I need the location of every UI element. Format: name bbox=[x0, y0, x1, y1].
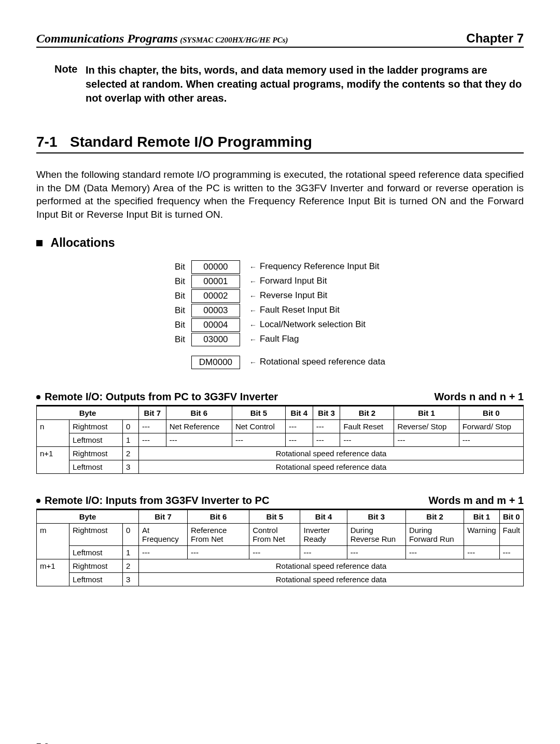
page-number: 7-2 bbox=[36, 742, 524, 744]
byte-cell: Rightmost bbox=[69, 419, 123, 433]
word-cell: n bbox=[37, 419, 69, 446]
table-row: Leftmost 1 --- --- --- --- --- --- --- -… bbox=[37, 545, 524, 559]
bit-cell: --- bbox=[139, 545, 188, 559]
alloc-code: 00000 bbox=[191, 260, 240, 274]
alloc-row: Bit 00002 Reverse Input Bit bbox=[172, 289, 388, 303]
arrow-left-icon bbox=[249, 291, 258, 301]
col-bit7: Bit 7 bbox=[139, 406, 166, 419]
note-block: Note In this chapter, the bits, words, a… bbox=[54, 63, 524, 105]
arrow-left-icon bbox=[249, 305, 258, 316]
col-bit7: Bit 7 bbox=[139, 510, 188, 523]
alloc-dm-desc: Rotational speed reference data bbox=[241, 356, 388, 369]
table-row: Leftmost 1 --- --- --- --- --- --- --- -… bbox=[37, 433, 524, 446]
table-row: Leftmost 3 Rotational speed reference da… bbox=[37, 572, 524, 586]
byte-cell: Leftmost bbox=[69, 545, 123, 559]
inputs-table: Byte Bit 7 Bit 6 Bit 5 Bit 4 Bit 3 Bit 2… bbox=[36, 510, 524, 586]
byte-cell: Leftmost bbox=[69, 433, 123, 446]
bit-cell: --- bbox=[405, 545, 464, 559]
bit-cell: During Forward Run bbox=[405, 523, 464, 545]
table-row: n Rightmost 0 --- Net Reference Net Cont… bbox=[37, 419, 524, 433]
bit-cell: --- bbox=[313, 433, 340, 446]
inputs-heading: Remote I/O: Inputs from 3G3FV Inverter t… bbox=[36, 495, 524, 510]
header-subtitle: (SYSMAC C200HX/HG/HE PCs) bbox=[180, 36, 288, 44]
bit-cell: During Reverse Run bbox=[347, 523, 405, 545]
bit-cell: Control From Net bbox=[249, 523, 300, 545]
alloc-desc: Fault Flag bbox=[241, 333, 388, 346]
header-left: Communications Programs (SYSMAC C200HX/H… bbox=[36, 32, 288, 46]
bit-cell: --- bbox=[313, 419, 340, 433]
table-row: n+1 Rightmost 2 Rotational speed referen… bbox=[37, 446, 524, 460]
table-row: m+1 Rightmost 2 Rotational speed referen… bbox=[37, 559, 524, 572]
alloc-desc: Local/Network selection Bit bbox=[241, 318, 388, 332]
bit-cell: Forward/ Stop bbox=[459, 419, 523, 433]
col-bit3: Bit 3 bbox=[347, 510, 405, 523]
col-bit1: Bit 1 bbox=[464, 510, 499, 523]
table-row: Leftmost 3 Rotational speed reference da… bbox=[37, 460, 524, 473]
bit-cell: --- bbox=[394, 433, 459, 446]
span-cell: Rotational speed reference data bbox=[139, 559, 524, 572]
col-bit4: Bit 4 bbox=[300, 510, 347, 523]
word-cell: n+1 bbox=[37, 446, 69, 473]
idx-cell: 2 bbox=[123, 446, 139, 460]
alloc-desc: Forward Input Bit bbox=[241, 275, 388, 288]
span-cell: Rotational speed reference data bbox=[139, 460, 524, 473]
bit-cell: Inverter Ready bbox=[300, 523, 347, 545]
bit-cell: --- bbox=[285, 433, 313, 446]
note-text: In this chapter, the bits, words, and da… bbox=[86, 63, 524, 105]
byte-cell: Leftmost bbox=[69, 572, 123, 586]
outputs-title: Remote I/O: Outputs from PC to 3G3FV Inv… bbox=[45, 391, 278, 402]
byte-cell: Rightmost bbox=[69, 523, 123, 545]
bullet-icon bbox=[36, 499, 40, 503]
bit-cell: Net Control bbox=[232, 419, 285, 433]
byte-cell: Rightmost bbox=[69, 446, 123, 460]
alloc-row: Bit 00001 Forward Input Bit bbox=[172, 275, 388, 288]
col-bit6: Bit 6 bbox=[188, 510, 249, 523]
alloc-label: Bit bbox=[172, 304, 190, 317]
bit-cell: --- bbox=[347, 545, 405, 559]
bit-cell: --- bbox=[139, 419, 166, 433]
arrow-left-icon bbox=[249, 276, 258, 287]
square-bullet-icon bbox=[36, 240, 43, 246]
alloc-desc: Frequency Reference Input Bit bbox=[241, 260, 388, 274]
bit-cell: --- bbox=[340, 433, 394, 446]
allocations-heading-text: Allocations bbox=[51, 236, 115, 249]
idx-cell: 3 bbox=[123, 572, 139, 586]
alloc-code: 00001 bbox=[191, 275, 240, 288]
col-bit2: Bit 2 bbox=[405, 510, 464, 523]
col-bit0: Bit 0 bbox=[459, 406, 523, 419]
inputs-words: Words m and m + 1 bbox=[428, 495, 524, 507]
arrow-left-icon bbox=[249, 262, 258, 272]
bit-cell: Reverse/ Stop bbox=[394, 419, 459, 433]
bit-cell: Fault Reset bbox=[340, 419, 394, 433]
idx-cell: 1 bbox=[123, 545, 139, 559]
table-row: m Rightmost 0 At Frequency Reference Fro… bbox=[37, 523, 524, 545]
col-bit6: Bit 6 bbox=[166, 406, 232, 419]
alloc-row-dm: DM0000 Rotational speed reference data bbox=[172, 356, 388, 369]
idx-cell: 0 bbox=[123, 419, 139, 433]
outputs-header-row: Byte Bit 7 Bit 6 Bit 5 Bit 4 Bit 3 Bit 2… bbox=[37, 406, 524, 419]
bit-cell: Net Reference bbox=[166, 419, 232, 433]
idx-cell: 0 bbox=[123, 523, 139, 545]
arrow-left-icon bbox=[249, 320, 258, 330]
alloc-code: 00002 bbox=[191, 289, 240, 303]
bit-cell: --- bbox=[249, 545, 300, 559]
section-title: Standard Remote I/O Programming bbox=[70, 134, 312, 150]
section-heading: 7-1 Standard Remote I/O Programming bbox=[36, 134, 524, 153]
alloc-label: Bit bbox=[172, 260, 190, 274]
span-cell: Rotational speed reference data bbox=[139, 572, 524, 586]
alloc-row: Bit 00004 Local/Network selection Bit bbox=[172, 318, 388, 332]
header-title: Communications Programs bbox=[36, 32, 178, 45]
bit-cell: --- bbox=[300, 545, 347, 559]
alloc-desc: Reverse Input Bit bbox=[241, 289, 388, 303]
bit-cell: --- bbox=[459, 433, 523, 446]
inputs-header-row: Byte Bit 7 Bit 6 Bit 5 Bit 4 Bit 3 Bit 2… bbox=[37, 510, 524, 523]
page-header: Communications Programs (SYSMAC C200HX/H… bbox=[36, 31, 524, 48]
bullet-icon bbox=[36, 395, 40, 399]
idx-cell: 2 bbox=[123, 559, 139, 572]
idx-cell: 3 bbox=[123, 460, 139, 473]
bit-cell: At Frequency bbox=[139, 523, 188, 545]
byte-cell: Leftmost bbox=[69, 460, 123, 473]
bit-cell: --- bbox=[499, 545, 523, 559]
alloc-code: 00004 bbox=[191, 318, 240, 332]
allocations-table: Bit 00000 Frequency Reference Input Bit … bbox=[171, 259, 389, 370]
